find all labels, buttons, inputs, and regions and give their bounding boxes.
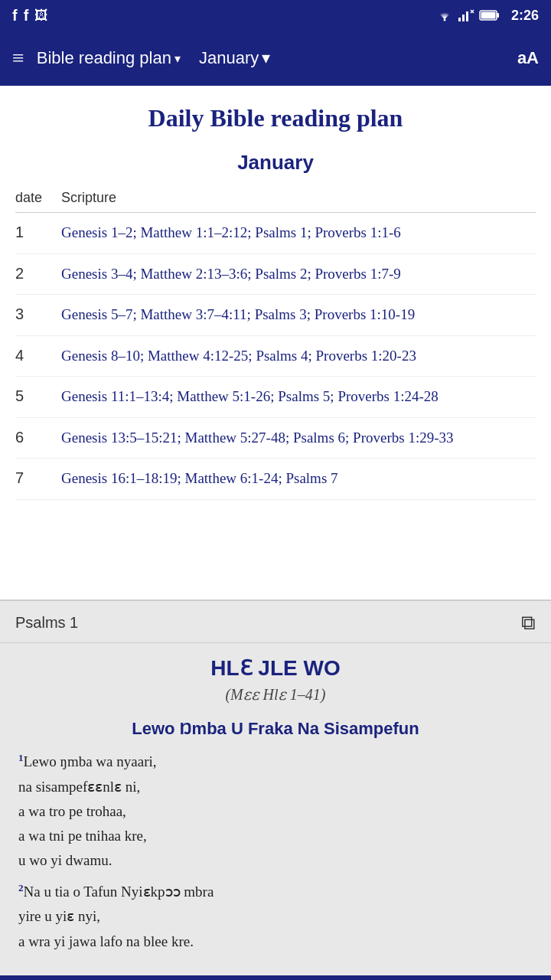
popup-header: Psalms 1 ⧉ xyxy=(0,601,551,643)
month-label: January xyxy=(199,48,259,68)
status-right-icons: 2:26 xyxy=(436,8,539,24)
scripture-link[interactable]: Psalms 2 xyxy=(255,266,307,282)
scripture-link[interactable]: Proverbs 1:1-6 xyxy=(315,224,400,240)
row-number: 6 xyxy=(15,427,61,446)
table-row: 1Genesis 1–2; Matthew 1:1–2:12; Psalms 1… xyxy=(15,213,536,254)
table-row: 3Genesis 5–7; Matthew 3:7–4:11; Psalms 3… xyxy=(15,295,536,336)
table-row: 4Genesis 8–10; Matthew 4:12-25; Psalms 4… xyxy=(15,336,536,377)
table-header: date Scripture xyxy=(15,187,536,213)
svg-rect-8 xyxy=(481,12,495,19)
clock-time: 2:26 xyxy=(511,8,539,24)
app-toolbar: ≡ Bible reading plan ▾ January ▾ aA xyxy=(0,31,551,86)
scripture-link[interactable]: Matthew 6:1-24 xyxy=(185,470,279,486)
scripture-link[interactable]: Genesis 16:1–18:19 xyxy=(61,470,177,486)
popup-body: HLƐ JLE WO (Mɛɛ Hlɛ 1–41) Lewo Ŋmba U Fr… xyxy=(0,643,551,969)
svg-rect-7 xyxy=(497,13,499,18)
row-number: 4 xyxy=(15,345,61,364)
table-row: 2Genesis 3–4; Matthew 2:13–3:6; Psalms 2… xyxy=(15,254,536,296)
popup-panel: Psalms 1 ⧉ HLƐ JLE WO (Mɛɛ Hlɛ 1–41) Lew… xyxy=(0,599,551,980)
scripture-link[interactable]: Matthew 2:13–3:6 xyxy=(140,266,247,282)
scripture-column-header: Scripture xyxy=(61,190,116,206)
scripture-link[interactable]: Genesis 5–7 xyxy=(61,306,132,322)
reading-list: 1Genesis 1–2; Matthew 1:1–2:12; Psalms 1… xyxy=(15,213,536,500)
hamburger-menu-icon[interactable]: ≡ xyxy=(12,46,24,70)
signal-icon xyxy=(458,8,474,22)
row-number: 3 xyxy=(15,304,61,323)
row-number: 2 xyxy=(15,263,61,283)
scripture-link[interactable]: Matthew 5:1-26 xyxy=(177,388,270,404)
wifi-icon xyxy=(436,9,453,21)
row-scripture[interactable]: Genesis 5–7; Matthew 3:7–4:11; Psalms 3;… xyxy=(61,304,536,326)
svg-rect-1 xyxy=(458,18,461,21)
scripture-link[interactable]: Matthew 5:27-48 xyxy=(185,430,285,446)
scripture-link[interactable]: Matthew 4:12-25 xyxy=(148,348,248,364)
row-scripture[interactable]: Genesis 3–4; Matthew 2:13–3:6; Psalms 2;… xyxy=(61,263,536,286)
scripture-link[interactable]: Matthew 1:1–2:12 xyxy=(140,224,247,240)
row-scripture[interactable]: Genesis 13:5–15:21; Matthew 5:27-48; Psa… xyxy=(61,427,536,449)
scripture-link[interactable]: Proverbs 1:7-9 xyxy=(315,266,400,282)
month-selector[interactable]: January ▾ xyxy=(199,48,270,68)
image-icon: 🖼 xyxy=(34,8,48,24)
facebook2-icon: f xyxy=(24,7,29,24)
scripture-link[interactable]: Genesis 11:1–13:4 xyxy=(61,388,169,404)
scripture-link[interactable]: Genesis 8–10 xyxy=(61,348,140,364)
row-number: 7 xyxy=(15,468,61,487)
table-row: 5Genesis 11:1–13:4; Matthew 5:1-26; Psal… xyxy=(15,377,536,418)
row-scripture[interactable]: Genesis 8–10; Matthew 4:12-25; Psalms 4;… xyxy=(61,345,536,368)
scripture-link[interactable]: Proverbs 1:10-19 xyxy=(315,306,415,322)
verse: 2Na u tia o Tafun Nyiɛkpɔɔ mbra yire u y… xyxy=(18,880,533,954)
app-title[interactable]: Bible reading plan ▾ xyxy=(37,48,181,68)
popup-verses: 1Lewo ŋmba wa nyaari, na sisampefɛɛnlɛ n… xyxy=(18,750,533,954)
month-heading: January xyxy=(15,151,536,175)
chapter-title: HLƐ JLE WO xyxy=(18,655,533,681)
svg-rect-2 xyxy=(462,15,465,21)
popup-title: Psalms 1 xyxy=(15,614,78,632)
scripture-link[interactable]: Matthew 3:7–4:11 xyxy=(140,306,246,322)
status-left-icons: f f 🖼 xyxy=(12,7,48,24)
scripture-link[interactable]: Psalms 5 xyxy=(278,388,330,404)
scripture-link[interactable]: Psalms 3 xyxy=(255,306,307,322)
scripture-link[interactable]: Psalms 6 xyxy=(293,430,345,446)
svg-rect-3 xyxy=(466,11,468,21)
scripture-link[interactable]: Psalms 1 xyxy=(255,224,307,240)
month-dropdown-arrow: ▾ xyxy=(262,48,270,68)
facebook-icon: f xyxy=(12,7,18,24)
page-title: Daily Bible reading plan xyxy=(15,98,536,132)
scripture-link[interactable]: Genesis 1–2 xyxy=(61,224,132,240)
scripture-link[interactable]: Psalms 7 xyxy=(285,470,337,486)
scripture-link[interactable]: Genesis 3–4 xyxy=(61,266,132,282)
status-bar: f f 🖼 2:26 xyxy=(0,0,551,31)
row-scripture[interactable]: Genesis 16:1–18:19; Matthew 6:1-24; Psal… xyxy=(61,468,536,490)
scripture-link[interactable]: Psalms 4 xyxy=(256,348,308,364)
row-number: 1 xyxy=(15,222,61,241)
title-dropdown-arrow: ▾ xyxy=(174,51,181,66)
row-scripture[interactable]: Genesis 1–2; Matthew 1:1–2:12; Psalms 1;… xyxy=(61,222,536,244)
verse: 1Lewo ŋmba wa nyaari, na sisampefɛɛnlɛ n… xyxy=(18,750,533,874)
main-content: Daily Bible reading plan January date Sc… xyxy=(0,86,551,500)
scripture-link[interactable]: Proverbs 1:20-23 xyxy=(316,348,416,364)
popup-bottom-bar xyxy=(0,975,551,980)
battery-icon xyxy=(479,9,500,21)
scripture-link[interactable]: Genesis 13:5–15:21 xyxy=(61,430,177,446)
scripture-link[interactable]: Proverbs 1:29-33 xyxy=(353,430,453,446)
date-column-header: date xyxy=(15,190,61,206)
scripture-link[interactable]: Proverbs 1:24-28 xyxy=(337,388,438,404)
row-scripture[interactable]: Genesis 11:1–13:4; Matthew 5:1-26; Psalm… xyxy=(61,386,536,408)
table-row: 6Genesis 13:5–15:21; Matthew 5:27-48; Ps… xyxy=(15,418,536,459)
font-size-button[interactable]: aA xyxy=(517,48,539,68)
table-row: 7Genesis 16:1–18:19; Matthew 6:1-24; Psa… xyxy=(15,459,536,500)
app-title-text: Bible reading plan xyxy=(37,48,171,68)
row-number: 5 xyxy=(15,386,61,405)
section-title: Lewo Ŋmba U Fraka Na Sisampefun xyxy=(18,719,533,739)
open-external-icon[interactable]: ⧉ xyxy=(521,612,536,635)
chapter-subtitle: (Mɛɛ Hlɛ 1–41) xyxy=(18,685,533,704)
svg-point-0 xyxy=(443,19,445,21)
